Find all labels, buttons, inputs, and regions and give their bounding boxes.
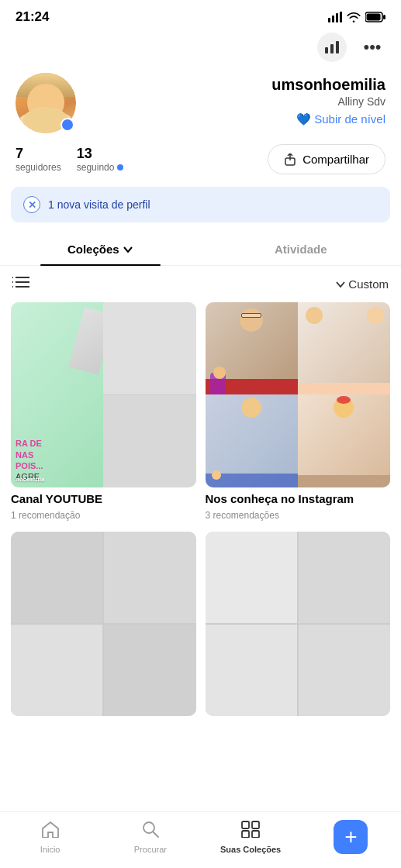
svg-rect-6 <box>383 15 385 19</box>
chart-icon <box>325 41 339 53</box>
svg-rect-19 <box>242 822 249 828</box>
chevron-down-icon <box>123 246 133 253</box>
collection-subtitle-youtube: 1 recomendação <box>11 510 196 521</box>
profile-displayname: Alliny Sdv <box>338 95 385 108</box>
status-time: 21:24 <box>16 9 49 25</box>
svg-rect-3 <box>340 12 342 22</box>
profile-section: umsonhoemilia Alliny Sdv 💙 Subir de níve… <box>0 67 401 144</box>
nav-item-plus[interactable]: + <box>320 820 382 854</box>
share-button[interactable]: Compartilhar <box>268 144 385 174</box>
nav-label-procurar: Procurar <box>134 845 167 854</box>
avatar-online-dot <box>60 118 74 132</box>
svg-rect-0 <box>328 18 330 22</box>
collection-title-instagram: Nos conheça no Instagram <box>206 492 391 505</box>
profile-info: umsonhoemilia Alliny Sdv 💙 Subir de níve… <box>88 73 385 126</box>
notification-text: 1 nova visita de perfil <box>48 198 150 211</box>
followers-label: seguidores <box>16 162 61 173</box>
followers-count: 7 <box>16 146 23 162</box>
collection-card-youtube[interactable]: RA DENASPOIS...AGRE nhoemilia Canal YOUT… <box>11 302 196 521</box>
ig-cell-1 <box>206 302 298 394</box>
ig-cell-4 <box>298 394 390 487</box>
placeholder-card-2[interactable] <box>206 532 391 717</box>
plus-button[interactable]: + <box>334 820 368 854</box>
svg-rect-7 <box>325 47 328 53</box>
followers-stat: 7 seguidores <box>16 146 61 173</box>
collection-thumb-instagram <box>206 302 391 487</box>
plus-icon: + <box>344 826 357 848</box>
notification-x-icon: ✕ <box>23 196 40 213</box>
following-dot <box>117 164 123 170</box>
nav-item-inicio[interactable]: Inicio <box>19 821 81 854</box>
collection-subtitle-instagram: 3 recomendações <box>206 510 391 521</box>
home-icon <box>41 821 60 842</box>
svg-line-18 <box>153 832 158 837</box>
ig-cell-3 <box>206 394 298 487</box>
sort-label: Custom <box>348 277 389 291</box>
following-count: 13 <box>77 146 92 162</box>
search-icon <box>142 821 159 842</box>
profile-username: umsonhoemilia <box>271 76 385 94</box>
tab-atividade[interactable]: Atividade <box>201 233 402 265</box>
collection-thumb-youtube: RA DENASPOIS...AGRE nhoemilia <box>11 302 196 487</box>
avatar-container <box>16 73 76 133</box>
more-options-button[interactable]: ••• <box>358 33 387 62</box>
yt-top-right-cell <box>103 302 195 394</box>
share-label: Compartilhar <box>302 153 369 166</box>
svg-rect-21 <box>242 831 249 838</box>
svg-rect-2 <box>336 13 338 22</box>
battery-icon <box>365 12 385 22</box>
top-action-bar: ••• <box>0 29 401 67</box>
yt-bottom-right-cell <box>103 394 195 487</box>
status-bar: 21:24 <box>0 0 401 29</box>
chart-button[interactable] <box>317 33 347 62</box>
svg-rect-9 <box>336 41 339 53</box>
yt-main-cell: RA DENASPOIS...AGRE <box>11 302 103 487</box>
wifi-icon <box>347 12 361 22</box>
svg-rect-20 <box>252 822 259 828</box>
bottom-cards <box>0 532 401 779</box>
tab-colecoes[interactable]: Coleções <box>0 233 201 265</box>
sort-custom-button[interactable]: Custom <box>336 277 389 291</box>
signal-icon <box>328 12 342 22</box>
svg-rect-1 <box>332 16 334 22</box>
nav-label-colecoes: Suas Coleções <box>220 845 281 854</box>
ig-cell-2 <box>298 302 390 394</box>
svg-rect-22 <box>252 831 259 838</box>
notification-banner[interactable]: ✕ 1 nova visita de perfil <box>11 187 390 222</box>
status-icons <box>328 12 385 22</box>
grid-icon <box>241 821 260 842</box>
tabs: Coleções Atividade <box>0 233 401 266</box>
filter-row: Custom <box>0 266 401 302</box>
nav-label-inicio: Inicio <box>40 845 60 854</box>
following-label: seguindo <box>77 162 124 173</box>
svg-rect-5 <box>367 14 381 21</box>
collections-grid: RA DENASPOIS...AGRE nhoemilia Canal YOUT… <box>0 302 401 532</box>
profile-upgrade-link[interactable]: 💙 Subir de nível <box>296 112 385 126</box>
collection-title-youtube: Canal YOUTUBE <box>11 492 196 505</box>
nav-item-colecoes[interactable]: Suas Coleções <box>220 821 282 854</box>
stats-row: 7 seguidores 13 seguindo Compartilhar <box>0 144 401 187</box>
svg-rect-8 <box>330 44 334 53</box>
chevron-down-small-icon <box>336 281 345 288</box>
dots-icon: ••• <box>363 37 381 57</box>
collection-card-instagram[interactable]: Nos conheça no Instagram 3 recomendações <box>206 302 391 521</box>
following-stat: 13 seguindo <box>77 146 124 173</box>
share-icon <box>284 153 296 166</box>
nav-item-procurar[interactable]: Procurar <box>119 821 181 854</box>
list-view-icon[interactable] <box>12 275 29 293</box>
placeholder-card-1[interactable] <box>11 532 196 717</box>
bottom-nav: Inicio Procurar Suas Coleções + <box>0 811 401 868</box>
yt-username-overlay: nhoemilia <box>16 476 44 483</box>
